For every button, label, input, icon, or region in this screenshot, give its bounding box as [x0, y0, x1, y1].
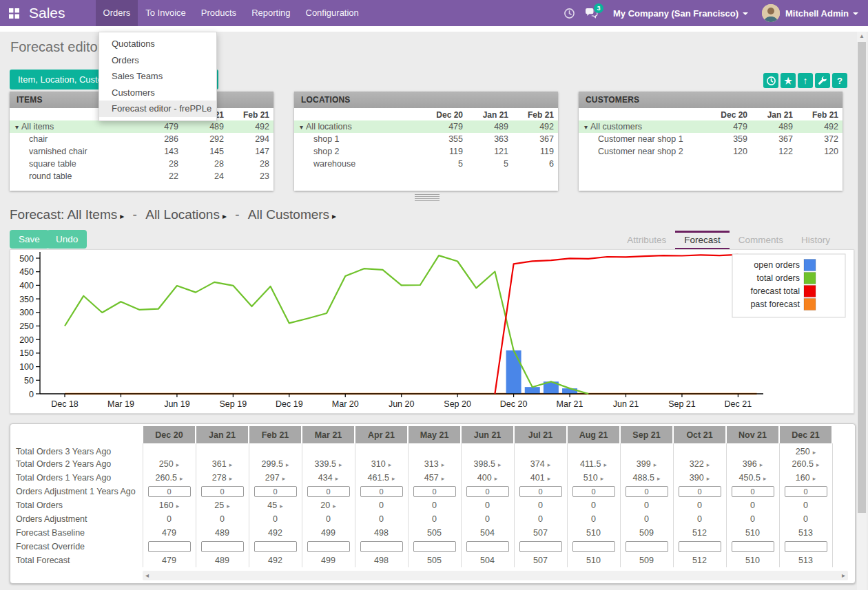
company-switcher[interactable]: My Company (San Francisco)	[613, 8, 748, 19]
forecast-dimension-all-items[interactable]: All Items▸	[67, 207, 124, 222]
adjustment-input[interactable]	[679, 486, 721, 497]
detail-expand-icon[interactable]: ▸	[229, 461, 233, 468]
panel-row-all-locations[interactable]: ▾All locations479489492	[294, 120, 558, 133]
panel-row-all-items[interactable]: ▾All items479489492	[10, 120, 273, 133]
tab-comments[interactable]: Comments	[730, 231, 792, 250]
undo-button[interactable]: Undo	[47, 230, 87, 249]
detail-expand-icon[interactable]: ▸	[813, 475, 816, 482]
page-scrollbar[interactable]: ▲	[857, 32, 867, 590]
panel-row-round-table[interactable]: round table222423	[10, 170, 273, 182]
detail-expand-icon[interactable]: ▸	[176, 461, 180, 468]
menu-item-quotations[interactable]: Quotations	[99, 36, 216, 52]
detail-expand-icon[interactable]: ▸	[816, 461, 820, 468]
grid-horizontal-scrollbar[interactable]: ◂ ▸	[143, 571, 848, 580]
adjustment-input[interactable]	[572, 486, 615, 497]
detail-expand-icon[interactable]: ▸	[335, 475, 339, 482]
panel-row-shop-2[interactable]: shop 2119121119	[294, 145, 558, 158]
menu-item-sales-teams[interactable]: Sales Teams	[99, 68, 216, 85]
detail-expand-icon[interactable]: ▸	[601, 475, 604, 482]
activities-clock-icon[interactable]	[564, 8, 575, 19]
panel-row-varnished-chair[interactable]: varnished chair143145147	[10, 145, 273, 158]
nav-item-orders[interactable]: Orders	[96, 0, 138, 26]
override-input[interactable]	[307, 541, 350, 552]
override-input[interactable]	[519, 541, 562, 552]
adjustment-input[interactable]	[360, 486, 403, 497]
scroll-left-icon[interactable]: ◂	[145, 571, 149, 580]
tree-expand-icon[interactable]: ▾	[300, 123, 303, 131]
override-input[interactable]	[413, 541, 456, 552]
detail-expand-icon[interactable]: ▸	[227, 503, 230, 509]
apps-menu-icon[interactable]	[0, 0, 28, 26]
scrollbar-thumb[interactable]	[858, 42, 866, 513]
adjustment-input[interactable]	[254, 486, 297, 497]
detail-expand-icon[interactable]: ▸	[657, 475, 661, 482]
detail-expand-icon[interactable]: ▸	[707, 461, 710, 468]
adjustment-input[interactable]	[413, 486, 456, 497]
panel-row-warehouse[interactable]: warehouse556	[294, 158, 558, 170]
override-input[interactable]	[254, 541, 297, 552]
help-button[interactable]: ?	[832, 73, 847, 88]
tab-history[interactable]: History	[792, 231, 839, 250]
detail-expand-icon[interactable]: ▸	[280, 503, 283, 509]
override-input[interactable]	[572, 541, 615, 552]
forecast-dimension-all-locations[interactable]: All Locations▸	[145, 207, 227, 222]
panel-row-square-table[interactable]: square table282828	[10, 158, 273, 170]
menu-item-customers[interactable]: Customers	[99, 85, 216, 101]
panel-row-shop-1[interactable]: shop 1355363367	[294, 133, 558, 145]
override-input[interactable]	[732, 541, 774, 552]
panel-row-all-customers[interactable]: ▾All customers479489492	[579, 120, 843, 133]
detail-expand-icon[interactable]: ▸	[176, 503, 180, 509]
tab-attributes[interactable]: Attributes	[618, 231, 675, 250]
messages-icon[interactable]: 3	[585, 8, 598, 19]
adjustment-input[interactable]	[201, 486, 244, 497]
adjustment-input[interactable]	[785, 486, 827, 497]
nav-item-configuration[interactable]: Configuration	[298, 0, 366, 26]
avatar[interactable]	[762, 4, 780, 22]
detail-expand-icon[interactable]: ▸	[548, 475, 551, 482]
override-input[interactable]	[148, 541, 191, 552]
detail-expand-icon[interactable]: ▸	[603, 461, 607, 468]
nav-item-to-invoice[interactable]: To Invoice	[138, 0, 194, 26]
tab-forecast[interactable]: Forecast	[675, 231, 730, 250]
adjustment-input[interactable]	[466, 486, 509, 497]
detail-expand-icon[interactable]: ▸	[548, 461, 551, 468]
wrench-button[interactable]	[815, 73, 830, 88]
app-title[interactable]: Sales	[28, 0, 67, 26]
tree-expand-icon[interactable]: ▾	[584, 123, 588, 131]
override-input[interactable]	[626, 541, 668, 552]
detail-expand-icon[interactable]: ▸	[760, 461, 763, 468]
panel-row-customer-near-shop-2[interactable]: Customer near shop 2120122120	[579, 145, 843, 158]
adjustment-input[interactable]	[307, 486, 350, 497]
arrow-up-button[interactable]: ↑	[798, 73, 813, 88]
menu-item-forecast-editor-frepple[interactable]: Forecast editor - frePPLe	[99, 101, 216, 117]
adjustment-input[interactable]	[148, 486, 191, 497]
star-button[interactable]: ★	[781, 73, 796, 88]
override-input[interactable]	[466, 541, 509, 552]
adjustment-input[interactable]	[519, 486, 562, 497]
adjustment-input[interactable]	[626, 486, 668, 497]
detail-expand-icon[interactable]: ▸	[495, 475, 498, 482]
override-input[interactable]	[360, 541, 403, 552]
scroll-right-icon[interactable]: ▸	[842, 571, 845, 580]
detail-expand-icon[interactable]: ▸	[442, 475, 445, 482]
detail-expand-icon[interactable]: ▸	[180, 475, 183, 482]
detail-expand-icon[interactable]: ▸	[498, 461, 502, 468]
panels-resize-handle[interactable]	[415, 193, 440, 202]
clock-button[interactable]	[763, 73, 778, 88]
detail-expand-icon[interactable]: ▸	[813, 449, 816, 456]
panel-row-customer-near-shop-1[interactable]: Customer near shop 1359367372	[579, 133, 843, 145]
adjustment-input[interactable]	[732, 486, 774, 497]
detail-expand-icon[interactable]: ▸	[333, 503, 336, 509]
forecast-dimension-all-customers[interactable]: All Customers▸	[248, 207, 336, 222]
save-button[interactable]: Save	[10, 230, 49, 249]
menu-item-orders[interactable]: Orders	[99, 52, 216, 69]
override-input[interactable]	[785, 541, 827, 552]
nav-item-products[interactable]: Products	[194, 0, 244, 26]
nav-item-reporting[interactable]: Reporting	[244, 0, 298, 26]
tree-expand-icon[interactable]: ▾	[15, 123, 19, 131]
detail-expand-icon[interactable]: ▸	[282, 475, 286, 482]
detail-expand-icon[interactable]: ▸	[392, 475, 395, 482]
panel-row-chair[interactable]: chair286292294	[10, 133, 273, 145]
detail-expand-icon[interactable]: ▸	[286, 461, 289, 468]
detail-expand-icon[interactable]: ▸	[707, 475, 710, 482]
